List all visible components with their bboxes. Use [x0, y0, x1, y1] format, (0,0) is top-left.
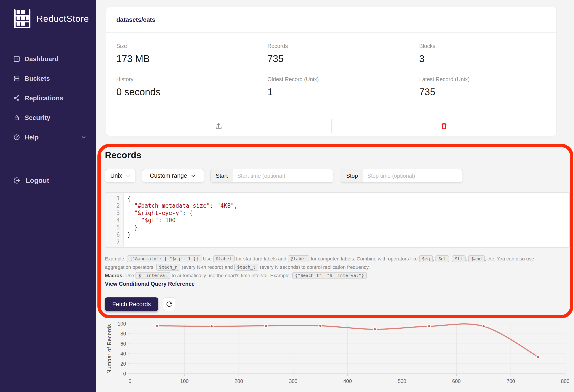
editor-line-numbers: 1234567 — [105, 193, 124, 247]
sidebar-item-logout[interactable]: Logout — [13, 176, 49, 185]
security-icon — [13, 114, 20, 121]
brand-name: ReductStore — [37, 14, 89, 24]
sidebar-item-replications[interactable]: Replications — [0, 92, 96, 104]
y-tick-label: 80 — [120, 331, 126, 337]
sidebar-item-dashboard[interactable]: Dashboard — [0, 53, 96, 65]
sidebar-item-buckets[interactable]: Buckets — [0, 72, 96, 85]
stat-value: 0 seconds — [116, 86, 267, 98]
sidebar-item-help[interactable]: Help — [0, 131, 96, 144]
x-tick-label: 500 — [398, 378, 406, 384]
upload-icon — [214, 122, 223, 131]
stat-latest-record: Latest Record (Unix)735 — [419, 76, 551, 98]
code-chip: @label — [288, 255, 309, 262]
bucket-title: datasets/cats — [116, 16, 155, 23]
code-chip: $each_t — [234, 264, 258, 270]
y-tick-label: 20 — [120, 361, 126, 367]
editor-line: } — [127, 231, 569, 238]
chart-point[interactable] — [319, 324, 322, 327]
stat-oldest-record: Oldest Record (Unix)1 — [267, 76, 419, 98]
refresh-icon — [166, 301, 172, 308]
stop-time-input[interactable] — [363, 169, 463, 182]
chart-point[interactable] — [156, 324, 159, 327]
help-icon — [13, 134, 20, 141]
stat-blocks: Blocks3 — [419, 43, 551, 64]
stat-label: Oldest Record (Unix) — [267, 76, 419, 83]
stat-value: 173 MB — [116, 53, 267, 64]
chart-point[interactable] — [264, 324, 267, 327]
code-chip: $each_n — [156, 264, 180, 270]
y-tick-label: 40 — [120, 351, 126, 357]
code-chip: $and — [468, 255, 485, 262]
fetch-records-button[interactable]: Fetch Records — [105, 297, 158, 311]
code-chip: $eq — [419, 255, 433, 262]
stat-history: History0 seconds — [116, 76, 267, 98]
editor-line: } — [127, 224, 569, 231]
chart-point[interactable] — [536, 355, 539, 358]
conditional-query-reference-link[interactable]: View Conditional Query Reference → — [105, 281, 202, 287]
code-chip: {"&anomaly": { "$eq": 1 }} — [127, 255, 202, 262]
editor-line: "#batch_metadata_size": "4KB", — [127, 202, 569, 209]
editor-line — [127, 238, 569, 246]
stop-label: Stop — [341, 169, 363, 182]
records-heading: Records — [105, 150, 142, 160]
refresh-button[interactable] — [163, 297, 175, 311]
chart-point[interactable] — [373, 328, 376, 331]
chevron-down-icon — [190, 173, 196, 179]
chevron-down-icon — [81, 134, 87, 140]
dashboard-icon — [13, 55, 20, 62]
x-tick-label: 700 — [507, 378, 515, 384]
y-tick-label: 100 — [118, 321, 126, 327]
x-tick-label: 200 — [235, 378, 243, 384]
stat-label: Size — [116, 43, 267, 49]
y-axis-title: Number of Records — [106, 324, 112, 373]
editor-code[interactable]: { "#batch_metadata_size": "4KB", "&right… — [124, 193, 569, 247]
sidebar-item-label: Help — [25, 134, 39, 141]
trash-icon — [440, 122, 449, 130]
x-tick-label: 300 — [289, 378, 297, 384]
query-help-text: Example: {"&anomaly": { "$eq": 1 }} Use … — [105, 255, 572, 280]
x-tick-label: 400 — [343, 378, 352, 384]
stat-size: Size173 MB — [116, 43, 267, 64]
sidebar-divider — [4, 160, 92, 160]
reductstore-logo-icon — [12, 8, 33, 29]
sidebar-item-label: Dashboard — [25, 55, 59, 63]
stat-value: 735 — [419, 86, 551, 98]
sidebar: ReductStore DashboardBucketsReplications… — [0, 0, 96, 392]
stop-time-group: Stop — [341, 169, 463, 183]
stat-value: 735 — [267, 53, 419, 64]
start-time-input[interactable] — [233, 169, 333, 182]
query-editor[interactable]: 1234567 { "#batch_metadata_size": "4KB",… — [105, 192, 570, 248]
sidebar-item-label: Buckets — [25, 75, 50, 82]
bucket-card-footer — [106, 116, 556, 136]
upload-button[interactable] — [213, 120, 225, 132]
help-line: Example: {"&anomaly": { "$eq": 1 }} Use … — [105, 255, 572, 263]
buckets-icon — [13, 75, 20, 82]
start-label: Start — [211, 169, 233, 182]
delete-bucket-button[interactable] — [438, 120, 450, 132]
stat-label: Records — [267, 43, 419, 49]
y-tick-label: 0 — [123, 371, 126, 377]
logout-icon — [13, 176, 21, 185]
sidebar-nav: DashboardBucketsReplicationsSecurityHelp — [0, 53, 96, 144]
code-chip: {"$each_t": "$__interval"} — [292, 272, 367, 279]
replications-icon — [13, 95, 20, 102]
x-tick-label: 100 — [180, 378, 188, 384]
help-line: aggregation operators: $each_n (every N-… — [105, 263, 572, 271]
brand[interactable]: ReductStore — [12, 8, 89, 29]
start-time-group: Start — [210, 169, 333, 183]
sidebar-item-label: Security — [25, 114, 50, 122]
stat-records: Records735 — [267, 43, 419, 64]
timezone-select-value: Unix — [110, 172, 122, 179]
stat-value: 1 — [267, 86, 419, 98]
stat-label: History — [116, 76, 267, 83]
sidebar-item-security[interactable]: Security — [0, 112, 96, 124]
chart-point[interactable] — [210, 325, 213, 328]
code-chip: $gt — [435, 255, 449, 262]
range-select[interactable]: Custom range — [142, 169, 204, 183]
code-chip: $__interval — [135, 272, 170, 279]
chart-point[interactable] — [428, 325, 431, 328]
chart-point[interactable] — [482, 325, 485, 328]
timezone-select[interactable]: Unix — [105, 169, 136, 183]
code-chip: $lt — [452, 255, 466, 262]
x-tick-label: 800 — [561, 378, 569, 384]
